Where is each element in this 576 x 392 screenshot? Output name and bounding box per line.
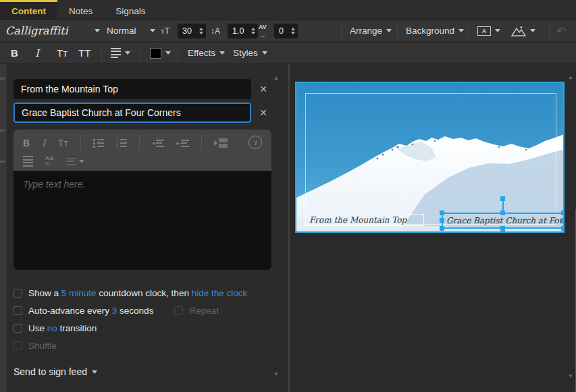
panel-edge-grip[interactable]	[0, 64, 7, 392]
repeat-checkbox[interactable]	[174, 306, 183, 315]
title-line-input[interactable]	[14, 79, 251, 99]
background-menu[interactable]: Background	[406, 20, 464, 41]
subtitle-line-input[interactable]	[14, 103, 251, 123]
safe-area-guide	[305, 93, 556, 225]
font-family-select[interactable]: Calligraffiti	[5, 20, 100, 41]
font-family-value: Calligraffiti	[5, 24, 68, 37]
chevron-down-icon	[150, 29, 155, 32]
line-style-menu[interactable]	[67, 158, 84, 165]
clear-line2-icon[interactable]: ✕	[257, 107, 269, 119]
all-caps-button[interactable]: TT	[78, 43, 90, 63]
countdown-label: Show a 5 minute countdown clock, then hi…	[28, 288, 247, 298]
bullet-list-icon[interactable]	[93, 139, 104, 148]
countdown-action-link[interactable]: hide the clock	[192, 288, 248, 298]
arrange-menu[interactable]: Arrange	[350, 20, 392, 41]
resize-handle-s-ext[interactable]	[500, 229, 505, 233]
info-icon[interactable]: i	[248, 136, 262, 149]
resize-handle-n[interactable]	[500, 211, 505, 215]
textbox-icon-letter: A	[482, 28, 487, 34]
stepper-arrows-icon[interactable]	[199, 28, 203, 34]
editor-italic-button[interactable]: I	[42, 138, 46, 148]
justify-icon[interactable]	[23, 156, 33, 167]
chevron-down-icon	[219, 51, 225, 55]
stepper-arrows-icon[interactable]	[251, 28, 255, 34]
add-textbox-tool[interactable]: A	[477, 20, 500, 41]
scroll-up-icon[interactable]: ▲	[273, 75, 279, 81]
line-height-icon: ↕A	[211, 20, 220, 41]
align-lines-icon	[111, 48, 121, 59]
resize-handle-sw[interactable]	[440, 226, 444, 231]
slide-break-icon[interactable]	[214, 138, 228, 148]
text-case-icon[interactable]: ABC_	[45, 156, 55, 167]
add-image-tool[interactable]	[511, 20, 535, 41]
editor-bold-button[interactable]: B	[23, 138, 30, 148]
transition-option-row: Use no transition	[14, 323, 97, 334]
kerning-value: 0	[279, 26, 284, 36]
line-height-glyph: ↕A	[211, 26, 220, 36]
transition-checkbox[interactable]	[14, 324, 22, 333]
styles-menu[interactable]: Styles	[233, 43, 267, 63]
chevron-down-icon	[530, 29, 535, 32]
chevron-down-icon	[79, 160, 84, 163]
indent-icon[interactable]: ▸	[176, 140, 189, 147]
color-swatch-icon	[150, 48, 161, 59]
dashed-lines-icon	[67, 158, 76, 165]
text-color-menu[interactable]	[150, 43, 171, 63]
info-glyph: i	[254, 138, 257, 147]
chevron-down-icon	[262, 51, 267, 55]
kerning-stepper[interactable]: 0	[274, 24, 298, 38]
countdown-duration-link[interactable]: 5 minute	[61, 288, 97, 298]
autoadvance-checkbox[interactable]	[14, 306, 22, 315]
slide-canvas[interactable]: From the Mountain Top Grace Baptist Chur…	[295, 82, 565, 233]
resize-handle-e[interactable]	[561, 218, 565, 223]
font-size-stepper[interactable]: 30	[178, 24, 206, 38]
scroll-down-icon[interactable]: ▼	[273, 371, 279, 377]
textbox-icon: A	[477, 26, 491, 36]
line-height-stepper[interactable]: 1.0	[228, 24, 258, 38]
editor-divider	[139, 136, 140, 150]
tab-content[interactable]: Content	[0, 0, 57, 20]
shuffle-checkbox[interactable]	[14, 341, 22, 350]
effects-label: Effects	[188, 48, 215, 58]
stepper-arrows-icon[interactable]	[291, 28, 295, 34]
resize-handle-se[interactable]	[561, 226, 565, 231]
italic-button[interactable]: I	[35, 43, 39, 63]
tab-signals[interactable]: Signals	[104, 0, 157, 20]
caption-textbox-left[interactable]: From the Mountain Top	[305, 214, 424, 226]
countdown-checkbox[interactable]	[14, 289, 22, 298]
resize-handle-ne[interactable]	[561, 211, 565, 215]
resize-handle-w[interactable]	[440, 218, 444, 223]
effects-menu[interactable]: Effects	[188, 43, 225, 63]
resize-handle-nw[interactable]	[440, 211, 444, 215]
outdent-icon[interactable]: ◂	[152, 140, 165, 147]
toolbar-divider	[140, 45, 141, 62]
numbered-list-icon[interactable]: 123	[116, 139, 127, 148]
arrange-label: Arrange	[350, 26, 382, 36]
toolbar-divider	[549, 22, 550, 40]
scroll-down-icon[interactable]: ▼	[568, 373, 573, 379]
send-to-sign-feed-menu[interactable]: Send to sign feed	[14, 366, 97, 377]
body-text-area[interactable]	[14, 171, 271, 270]
text-align-menu[interactable]	[111, 43, 130, 63]
undo-icon: ↶	[556, 24, 566, 38]
caption-left-text: From the Mountain Top	[309, 215, 407, 225]
font-style-select[interactable]: Normal	[107, 20, 155, 41]
undo-button[interactable]: ↶	[556, 20, 566, 41]
autoadvance-option-row: Auto-advance every 3 seconds Repeat	[14, 305, 219, 316]
bold-button[interactable]: B	[11, 43, 18, 63]
repeat-label: Repeat	[189, 306, 219, 316]
small-caps-button[interactable]: Tᴛ	[57, 43, 68, 63]
editor-size-button[interactable]: Tᴛ	[58, 138, 68, 148]
clear-line1-icon[interactable]: ✕	[257, 83, 269, 95]
font-style-value: Normal	[107, 26, 136, 36]
chevron-down-icon	[459, 29, 464, 32]
chevron-down-icon	[125, 51, 130, 55]
rich-text-toolbar: B I Tᴛ 123 ◂ ▸ i ABC_	[14, 130, 271, 171]
line-height-value: 1.0	[232, 26, 244, 36]
rotation-handle[interactable]	[500, 196, 505, 201]
editor-italic-label: I	[42, 138, 46, 148]
styles-label: Styles	[233, 48, 258, 58]
tab-notes[interactable]: Notes	[57, 0, 104, 20]
transition-type-link[interactable]: no	[47, 323, 57, 333]
scroll-up-icon[interactable]: ▲	[568, 74, 573, 80]
